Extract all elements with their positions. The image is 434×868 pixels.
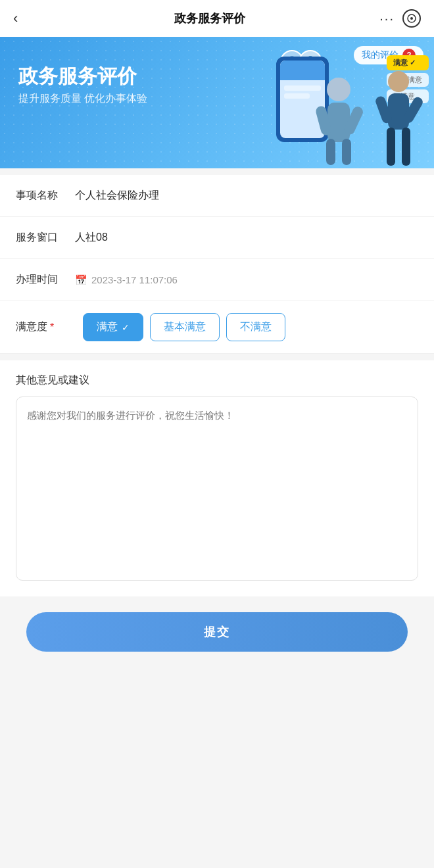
process-time-row: 办理时间 📅 2023-3-17 11:07:06 [0, 259, 434, 301]
required-star: * [50, 322, 54, 333]
satisfaction-buttons: 满意 ✓ 基本满意 不满意 [83, 313, 418, 341]
svg-point-1 [410, 17, 413, 20]
svg-rect-11 [342, 139, 351, 165]
banner-subtitle: 提升服务质量 优化办事体验 [18, 92, 147, 106]
svg-point-6 [327, 78, 350, 101]
service-window-value: 人社08 [75, 231, 418, 245]
satisfaction-label: 满意度 * [16, 320, 75, 334]
item-name-value: 个人社会保险办理 [75, 189, 418, 203]
banner-main-title: 政务服务评价 [18, 64, 147, 88]
svg-rect-17 [402, 128, 410, 166]
satisfied-label: 满意 [97, 320, 118, 334]
banner: 我的评价 2 政务服务评价 提升服务质量 优化办事体验 [0, 37, 434, 168]
more-options-button[interactable]: ··· [379, 11, 395, 26]
process-time-value: 📅 2023-3-17 11:07:06 [75, 274, 418, 286]
calendar-icon: 📅 [75, 274, 87, 286]
svg-rect-7 [327, 103, 350, 142]
banner-title-area: 政务服务评价 提升服务质量 优化办事体验 [18, 64, 147, 106]
back-button[interactable]: ‹ [13, 10, 39, 27]
service-window-label: 服务窗口 [16, 231, 75, 245]
comments-section: 其他意见或建议 [0, 360, 434, 596]
page-title: 政务服务评价 [174, 11, 245, 26]
app-header: ‹ 政务服务评价 ··· [0, 0, 434, 37]
banner-illustration: 满意 ✓ 基本满意 不满意 [237, 37, 434, 168]
item-name-row: 事项名称 个人社会保险办理 [0, 175, 434, 217]
scan-button[interactable] [402, 9, 421, 28]
comments-label: 其他意见或建议 [16, 374, 418, 387]
satisfaction-satisfied-button[interactable]: 满意 ✓ [83, 313, 143, 341]
person-left-figure [309, 70, 368, 168]
process-time-label: 办理时间 [16, 273, 75, 287]
basic-satisfied-label: 基本满意 [164, 320, 206, 334]
header-icons: ··· [379, 9, 421, 28]
person-right-figure [372, 63, 425, 168]
check-icon: ✓ [122, 322, 130, 333]
submit-button[interactable]: 提交 [26, 612, 408, 652]
satisfaction-basic-button[interactable]: 基本满意 [150, 313, 220, 341]
satisfaction-unsatisfied-button[interactable]: 不满意 [226, 313, 285, 341]
submit-area: 提交 [0, 596, 434, 678]
svg-rect-10 [326, 139, 335, 165]
svg-point-12 [388, 71, 409, 92]
comments-textarea[interactable] [16, 397, 418, 581]
service-window-row: 服务窗口 人社08 [0, 217, 434, 259]
item-name-label: 事项名称 [16, 189, 75, 203]
form-section: 事项名称 个人社会保险办理 服务窗口 人社08 办理时间 📅 2023-3-17… [0, 175, 434, 354]
unsatisfied-label: 不满意 [240, 320, 272, 334]
satisfaction-row: 满意度 * 满意 ✓ 基本满意 不满意 [0, 301, 434, 354]
svg-rect-13 [388, 93, 409, 130]
svg-rect-16 [387, 128, 395, 166]
